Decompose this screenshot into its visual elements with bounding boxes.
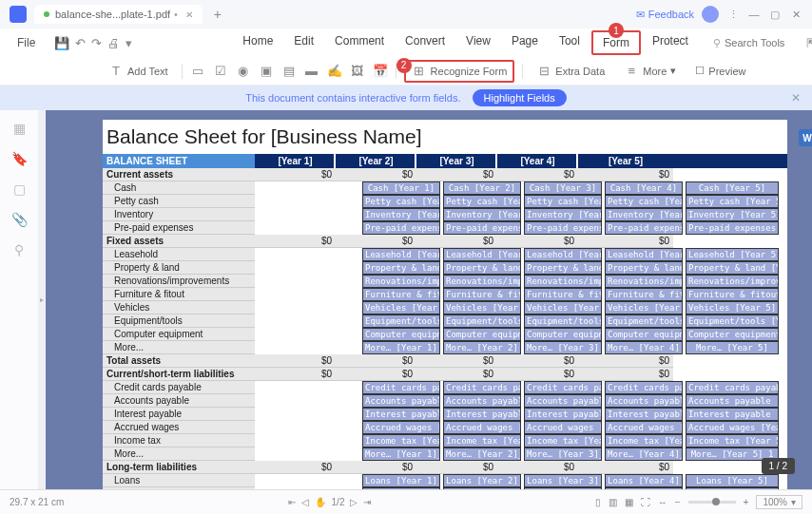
form-field[interactable]: Vehicles [Year 3] <box>524 301 602 314</box>
form-field[interactable]: Interest payable <box>524 408 602 421</box>
zoom-in-icon[interactable]: + <box>744 497 749 507</box>
minimize-icon[interactable]: — <box>747 8 761 21</box>
form-field[interactable]: Equipment/tools [Year 5 <box>686 314 779 328</box>
form-field[interactable]: Equipment/tools [ <box>524 314 602 328</box>
form-field[interactable]: Loans [Year 1] <box>362 474 440 487</box>
form-field[interactable]: Petty cash [Year <box>605 195 683 208</box>
search-input[interactable] <box>725 37 801 48</box>
form-field[interactable]: Cash [Year 4] <box>605 181 683 195</box>
form-field[interactable]: Credit cards paya <box>362 381 440 394</box>
form-field[interactable]: Pre-paid expenses <box>362 221 440 235</box>
form-field[interactable]: Credit cards payable [Y <box>686 381 779 394</box>
fit-width-icon[interactable]: ↔ <box>658 497 667 507</box>
collapse-sidebar-button[interactable]: ▸ <box>38 110 46 489</box>
next-page-icon[interactable]: ▷ <box>350 497 358 507</box>
form-field[interactable]: More… [Year 2] <box>443 341 521 354</box>
form-field[interactable]: Renovations/impro <box>443 275 521 288</box>
form-field[interactable]: Renovations/improvement <box>686 275 779 288</box>
form-field[interactable]: Inventory [Year 5] <box>686 208 779 221</box>
form-field[interactable]: Cash [Year 3] <box>524 181 602 195</box>
menu-tool[interactable]: Tool <box>550 30 590 55</box>
form-field[interactable]: Loans [Year 5] <box>686 474 779 487</box>
form-field[interactable]: Income tax [Year <box>362 434 440 447</box>
form-field[interactable]: Interest payable [Year <box>686 408 779 421</box>
attachments-icon[interactable]: 📎 <box>10 211 28 228</box>
form-field[interactable]: Leasehold [Year 3 <box>524 248 602 261</box>
form-field[interactable]: Property & land [ <box>524 261 602 275</box>
preview-button[interactable]: ☐Preview <box>689 63 751 79</box>
form-field[interactable]: Petty cash [Year 5] <box>686 195 779 208</box>
zoom-level[interactable]: 100%▾ <box>756 495 802 509</box>
form-field[interactable]: Vehicles [Year 2] <box>443 301 521 314</box>
form-field[interactable]: Credit cards paya <box>443 381 521 394</box>
image-icon[interactable]: 🖼 <box>350 64 365 79</box>
undo-icon[interactable]: ↶ <box>75 34 86 51</box>
form-field[interactable]: More… [Year 4] <box>605 341 683 354</box>
form-field[interactable]: More… [Year 2]_1 <box>443 447 521 461</box>
save-icon[interactable]: 💾 <box>54 34 69 51</box>
form-field[interactable]: Pre-paid expenses <box>605 221 683 235</box>
zoom-slider[interactable] <box>688 501 736 504</box>
document-viewport[interactable]: W Balance Sheet for [Business Name] BALA… <box>46 110 812 489</box>
form-field[interactable]: Vehicles [Year 4] <box>605 301 683 314</box>
document-tab[interactable]: balance-she...plate-1.pdf • ✕ <box>34 5 203 24</box>
user-avatar[interactable] <box>702 6 719 23</box>
search-panel-icon[interactable]: ⚲ <box>10 241 28 258</box>
view-single-icon[interactable]: ▯ <box>595 497 601 507</box>
menu-form[interactable]: Form1 <box>591 30 641 55</box>
form-field[interactable]: Petty cash [Year <box>443 195 521 208</box>
close-tab-icon[interactable]: ✕ <box>185 10 193 20</box>
form-field[interactable]: Vehicles [Year 5] <box>686 301 779 314</box>
form-field[interactable]: Income tax [Year 5] <box>686 434 779 447</box>
form-field[interactable]: Property & land [Year <box>686 261 779 275</box>
form-field[interactable]: More… [Year 5] <box>686 341 779 354</box>
form-field[interactable]: Petty cash [Year <box>524 195 602 208</box>
redo-icon[interactable]: ↷ <box>91 34 102 51</box>
add-text-button[interactable]: TAdd Text <box>103 62 174 81</box>
button-icon[interactable]: ▬ <box>304 64 319 79</box>
form-field[interactable]: More… [Year 1]_2 <box>362 487 440 489</box>
form-field[interactable]: Credit cards paya <box>524 381 602 394</box>
form-field[interactable]: Accrued wages [Year 5] <box>686 421 779 434</box>
form-field[interactable]: Furniture & fitou <box>362 288 440 301</box>
form-field[interactable]: Pre-paid expenses [Year <box>686 221 779 235</box>
last-page-icon[interactable]: ⇥ <box>363 497 371 507</box>
word-export-icon[interactable]: W <box>799 129 812 146</box>
prev-page-icon[interactable]: ◁ <box>301 497 309 507</box>
dropdown-icon[interactable]: ▣ <box>259 64 274 79</box>
menu-home[interactable]: Home <box>233 30 282 55</box>
zoom-out-icon[interactable]: − <box>675 497 681 507</box>
form-field[interactable]: Accounts payable <box>362 394 440 408</box>
checkbox-icon[interactable]: ☑ <box>213 64 228 79</box>
form-field[interactable]: Accounts payable <box>605 394 683 408</box>
hand-tool-icon[interactable]: ✋ <box>315 497 326 507</box>
radio-icon[interactable]: ◉ <box>236 64 251 79</box>
bookmark-icon[interactable]: 🔖 <box>10 150 28 167</box>
form-field[interactable]: Equipment/tools [ <box>605 314 683 328</box>
form-field[interactable]: Inventory [Year 4 <box>605 208 683 221</box>
form-field[interactable]: Vehicles [Year 1] <box>362 301 440 314</box>
page-number[interactable]: 1/2 <box>332 497 345 507</box>
form-field[interactable]: Accrued wages [Ye <box>524 421 602 434</box>
more-icon[interactable]: ⋮ <box>726 8 740 21</box>
menu-view[interactable]: View <box>456 30 500 55</box>
form-field[interactable]: Computer equipmen <box>443 328 521 341</box>
form-field[interactable]: Computer equipmen <box>524 328 602 341</box>
menu-comment[interactable]: Comment <box>325 30 394 55</box>
close-notice-icon[interactable]: ✕ <box>791 91 801 105</box>
form-field[interactable]: More… [Year 1]_1 <box>362 447 440 461</box>
form-field[interactable]: Interest payable <box>605 408 683 421</box>
form-field[interactable]: More… [Year 2]_2 <box>443 487 521 489</box>
menu-convert[interactable]: Convert <box>396 30 454 55</box>
form-field[interactable]: More… [Year 1] <box>362 341 440 354</box>
annotations-icon[interactable]: ▢ <box>10 181 28 198</box>
view-continuous-icon[interactable]: ▥ <box>609 497 617 507</box>
form-field[interactable]: Inventory [Year 3 <box>524 208 602 221</box>
form-field[interactable]: Leasehold [Year 4 <box>605 248 683 261</box>
form-field[interactable]: Interest payable <box>362 408 440 421</box>
form-field[interactable]: More… [Year 5]_2 <box>686 487 779 489</box>
form-field[interactable]: Cash [Year 1] <box>362 181 440 195</box>
form-field[interactable]: Furniture & fitou <box>443 288 521 301</box>
form-field[interactable]: More… [Year 4]_2 <box>605 487 683 489</box>
form-field[interactable]: Loans [Year 3] <box>524 474 602 487</box>
